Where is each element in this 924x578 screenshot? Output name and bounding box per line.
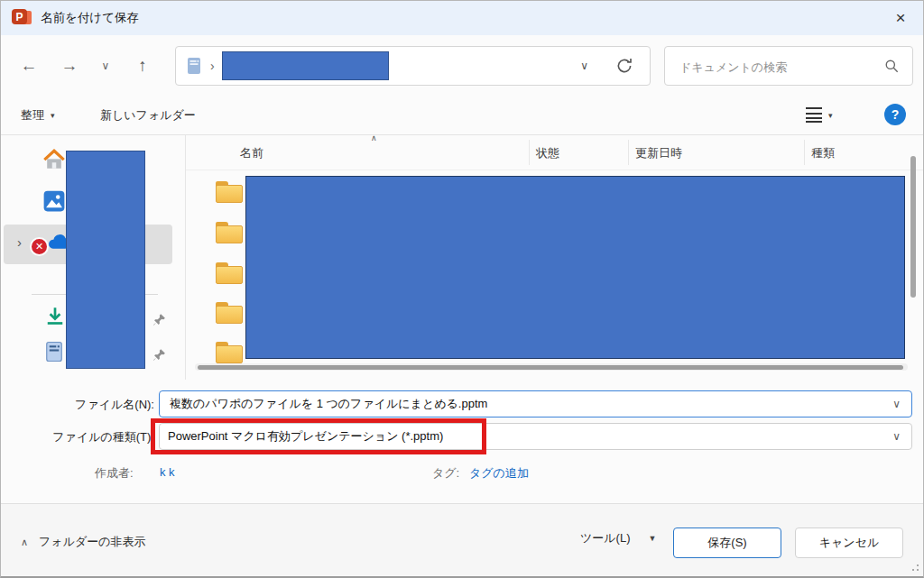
back-icon[interactable]: ← — [17, 35, 41, 96]
redacted-folder-names — [245, 176, 905, 359]
file-type-value: PowerPoint マクロ有効プレゼンテーション (*.pptm) — [168, 428, 892, 445]
home-icon[interactable] — [42, 148, 66, 171]
vertical-scrollbar-thumb[interactable] — [910, 156, 916, 298]
navigation-row: ← → ∨ ↑ › ∨ — [1, 35, 923, 96]
file-name-dropdown-chevron-icon[interactable]: ∨ — [892, 398, 901, 410]
organize-label: 整理 — [21, 107, 44, 124]
file-name-input[interactable] — [168, 397, 892, 412]
pin-icon[interactable] — [152, 313, 166, 326]
resize-grip[interactable] — [910, 562, 919, 571]
authors-value-link[interactable]: k k — [160, 465, 175, 479]
list-view-icon — [806, 107, 822, 123]
add-tag-link[interactable]: タグの追加 — [469, 465, 529, 482]
file-type-dropdown-chevron-icon[interactable]: ∨ — [892, 430, 901, 443]
file-type-label: ファイルの種類(T): — [37, 429, 154, 445]
main-area: › ✕ ∧ 名前 状態 — [1, 135, 923, 380]
onedrive-sync-error-icon: ✕ — [30, 237, 49, 256]
command-toolbar: 整理 ▾ 新しいフォルダー ▾ ? — [1, 96, 923, 135]
file-name-label: ファイル名(N): — [37, 397, 154, 413]
footer-bar: ∧ フォルダーの非表示 ツール(L) ▼ 保存(S) キャンセル — [1, 503, 923, 576]
search-box — [664, 46, 913, 86]
authors-label: 作成者: — [95, 465, 134, 482]
address-dropdown-chevron-icon[interactable]: ∨ — [580, 60, 588, 72]
redacted-sidebar-labels — [66, 151, 145, 369]
refresh-icon[interactable] — [615, 57, 633, 75]
document-icon — [187, 57, 201, 75]
search-input[interactable] — [678, 52, 871, 81]
column-divider — [804, 140, 805, 165]
organize-button[interactable]: 整理 ▾ — [15, 96, 60, 134]
file-type-select[interactable]: PowerPoint マクロ有効プレゼンテーション (*.pptm) ∨ — [159, 423, 912, 450]
tools-caret-icon: ▼ — [649, 534, 657, 543]
view-caret-icon: ▾ — [828, 111, 833, 120]
cancel-button[interactable]: キャンセル — [795, 528, 903, 558]
column-header-type[interactable]: 種類 — [811, 145, 835, 161]
save-as-dialog: P 名前を付けて保存 × ← → ∨ ↑ › ∨ — [0, 0, 924, 578]
help-icon[interactable]: ? — [884, 104, 906, 125]
tools-label: ツール(L) — [580, 530, 631, 546]
downloads-icon[interactable] — [44, 306, 66, 327]
file-list: ∧ 名前 状態 更新日時 種類 — [186, 135, 924, 380]
file-fields-area: ファイル名(N): ∨ ファイルの種類(T): PowerPoint マクロ有効… — [1, 380, 923, 503]
column-divider — [529, 140, 530, 165]
forward-icon[interactable]: → — [58, 35, 81, 96]
vertical-scrollbar — [910, 156, 916, 372]
search-icon[interactable] — [884, 59, 900, 74]
column-header-date-modified[interactable]: 更新日時 — [635, 145, 682, 161]
address-bar[interactable]: › ∨ — [175, 46, 651, 86]
save-button[interactable]: 保存(S) — [673, 528, 781, 558]
view-options-button[interactable]: ▾ — [800, 96, 838, 134]
title-bar: P 名前を付けて保存 × — [1, 1, 923, 35]
new-folder-button[interactable]: 新しいフォルダー — [95, 96, 201, 134]
redacted-current-folder — [222, 51, 389, 80]
folder-icon[interactable] — [216, 185, 243, 203]
folder-icon[interactable] — [216, 345, 243, 363]
powerpoint-icon-letter: P — [12, 9, 27, 24]
documents-icon[interactable] — [44, 341, 64, 362]
column-header-status[interactable]: 状態 — [536, 145, 559, 161]
window-title: 名前を付けて保存 — [41, 10, 139, 26]
hide-folders-label: フォルダーの非表示 — [39, 534, 146, 550]
tools-button[interactable]: ツール(L) ▼ — [575, 529, 661, 547]
up-icon[interactable]: ↑ — [131, 35, 154, 96]
organize-caret-icon: ▾ — [51, 111, 55, 120]
folder-icon[interactable] — [216, 225, 243, 243]
expand-chevron-icon[interactable]: › — [17, 234, 22, 250]
folder-icon[interactable] — [216, 266, 243, 284]
pictures-icon[interactable] — [42, 189, 66, 213]
column-header-name[interactable]: 名前 — [240, 145, 263, 161]
collapse-chevron-icon: ∧ — [21, 537, 28, 548]
recent-locations-chevron-icon[interactable]: ∨ — [97, 35, 115, 96]
folder-icon[interactable] — [216, 306, 243, 324]
navigation-pane: › ✕ — [1, 135, 186, 380]
powerpoint-app-icon: P — [12, 9, 32, 27]
new-folder-label: 新しいフォルダー — [100, 107, 196, 124]
horizontal-scrollbar-thumb[interactable] — [198, 365, 903, 370]
column-header-row: ∧ 名前 状態 更新日時 種類 — [186, 135, 924, 170]
column-divider — [628, 140, 629, 165]
file-name-combo: ∨ — [159, 390, 912, 417]
horizontal-scrollbar — [195, 363, 908, 371]
sort-ascending-icon: ∧ — [371, 133, 377, 142]
breadcrumb-separator: › — [210, 59, 215, 73]
close-icon[interactable]: × — [887, 5, 914, 32]
hide-folders-button[interactable]: ∧ フォルダーの非表示 — [15, 533, 152, 551]
pin-icon[interactable] — [152, 348, 166, 362]
tags-label: タグ: — [432, 465, 459, 482]
